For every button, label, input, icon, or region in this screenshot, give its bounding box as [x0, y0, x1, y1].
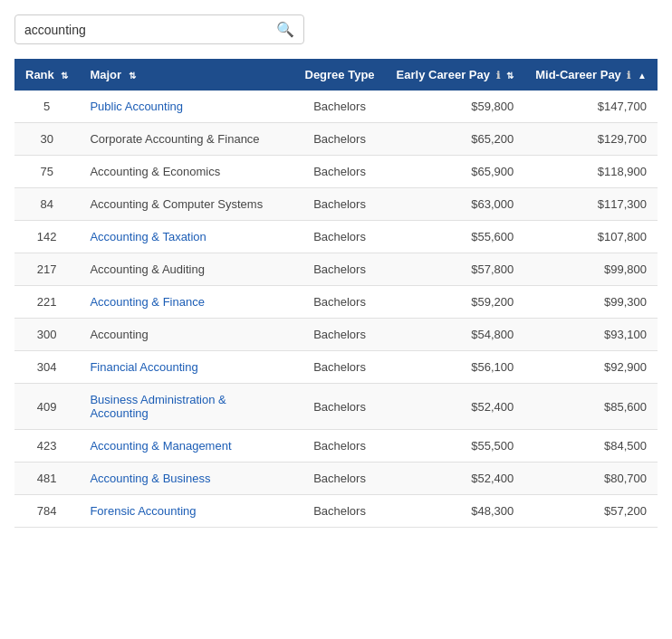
cell-degree-type: Bachelors	[294, 430, 386, 463]
table-row: 221Accounting & FinanceBachelors$59,200$…	[14, 286, 658, 319]
cell-rank: 423	[14, 430, 79, 463]
major-link[interactable]: Accounting & Business	[90, 472, 210, 485]
cell-early-career-pay: $54,800	[386, 319, 525, 351]
cell-early-career-pay: $52,400	[386, 463, 525, 495]
cell-major[interactable]: Business Administration & Accounting	[79, 384, 293, 430]
cell-major: Corporate Accounting & Finance	[79, 123, 293, 156]
cell-degree-type: Bachelors	[294, 156, 386, 188]
cell-early-career-pay: $59,200	[386, 286, 525, 319]
table-row: 75Accounting & EconomicsBachelors$65,900…	[14, 156, 658, 188]
table-row: 423Accounting & ManagementBachelors$55,5…	[14, 430, 658, 463]
early-career-sort-icon: ⇅	[506, 71, 514, 81]
col-mid-career-label: Mid-Career Pay	[535, 68, 621, 81]
major-link[interactable]: Public Accounting	[90, 100, 183, 113]
cell-early-career-pay: $57,800	[386, 253, 525, 286]
major-link[interactable]: Financial Accounting	[90, 360, 197, 374]
major-link[interactable]: Forensic Accounting	[90, 504, 196, 518]
cell-degree-type: Bachelors	[294, 123, 386, 156]
cell-major: Accounting & Auditing	[79, 253, 293, 286]
cell-degree-type: Bachelors	[294, 351, 386, 384]
cell-rank: 84	[14, 188, 79, 221]
cell-early-career-pay: $65,900	[386, 156, 525, 188]
cell-major: Accounting & Economics	[79, 156, 293, 188]
cell-mid-career-pay: $92,900	[524, 351, 658, 384]
col-rank-label: Rank	[25, 68, 54, 81]
cell-major[interactable]: Accounting & Business	[79, 463, 293, 495]
major-link[interactable]: Accounting & Management	[90, 439, 231, 453]
cell-early-career-pay: $56,100	[386, 351, 525, 384]
major-link[interactable]: Business Administration & Accounting	[90, 393, 226, 420]
cell-early-career-pay: $48,300	[386, 495, 525, 528]
col-early-career-label: Early Career Pay	[397, 68, 490, 81]
table-header-row: Rank ⇅ Major ⇅ Degree Type Early Career …	[14, 59, 658, 91]
cell-mid-career-pay: $84,500	[524, 430, 658, 463]
mid-career-sort-icon: ▲	[638, 71, 647, 81]
major-link[interactable]: Accounting & Taxation	[90, 230, 206, 243]
cell-major: Accounting & Computer Systems	[79, 188, 293, 221]
cell-early-career-pay: $59,800	[386, 91, 525, 123]
cell-degree-type: Bachelors	[294, 384, 386, 430]
cell-mid-career-pay: $117,300	[524, 188, 658, 221]
cell-degree-type: Bachelors	[294, 221, 386, 253]
table-row: 217Accounting & AuditingBachelors$57,800…	[14, 253, 658, 286]
cell-major[interactable]: Financial Accounting	[79, 351, 293, 384]
cell-major[interactable]: Forensic Accounting	[79, 495, 293, 528]
rank-sort-icon: ⇅	[61, 71, 68, 81]
cell-mid-career-pay: $147,700	[524, 91, 658, 123]
table-row: 481Accounting & BusinessBachelors$52,400…	[14, 463, 658, 495]
table-row: 84Accounting & Computer SystemsBachelors…	[14, 188, 658, 221]
col-degree-type: Degree Type	[294, 59, 386, 91]
cell-degree-type: Bachelors	[294, 253, 386, 286]
mid-career-info-icon[interactable]: ℹ	[627, 70, 630, 81]
cell-degree-type: Bachelors	[294, 495, 386, 528]
cell-mid-career-pay: $57,200	[524, 495, 658, 528]
cell-mid-career-pay: $85,600	[524, 384, 658, 430]
cell-mid-career-pay: $129,700	[524, 123, 658, 156]
major-sort-icon: ⇅	[129, 71, 136, 81]
cell-mid-career-pay: $80,700	[524, 463, 658, 495]
cell-early-career-pay: $52,400	[386, 384, 525, 430]
cell-major[interactable]: Accounting & Taxation	[79, 221, 293, 253]
cell-early-career-pay: $65,200	[386, 123, 525, 156]
search-input[interactable]	[24, 23, 276, 37]
col-mid-career-pay[interactable]: Mid-Career Pay ℹ ▲	[524, 59, 658, 91]
cell-mid-career-pay: $99,800	[524, 253, 658, 286]
cell-rank: 5	[14, 91, 79, 123]
col-major-label: Major	[90, 68, 121, 81]
cell-rank: 481	[14, 463, 79, 495]
table-row: 30Corporate Accounting & FinanceBachelor…	[14, 123, 658, 156]
cell-rank: 784	[14, 495, 79, 528]
cell-degree-type: Bachelors	[294, 286, 386, 319]
cell-rank: 217	[14, 253, 79, 286]
table-row: 304Financial AccountingBachelors$56,100$…	[14, 351, 658, 384]
majors-table: Rank ⇅ Major ⇅ Degree Type Early Career …	[14, 59, 658, 528]
major-link[interactable]: Accounting & Finance	[90, 295, 204, 309]
col-degree-type-label: Degree Type	[305, 68, 375, 81]
cell-major[interactable]: Public Accounting	[79, 91, 293, 123]
cell-major[interactable]: Accounting & Finance	[79, 286, 293, 319]
col-major[interactable]: Major ⇅	[79, 59, 293, 91]
table-row: 142Accounting & TaxationBachelors$55,600…	[14, 221, 658, 253]
col-rank[interactable]: Rank ⇅	[14, 59, 79, 91]
table-row: 409Business Administration & AccountingB…	[14, 384, 658, 430]
cell-degree-type: Bachelors	[294, 319, 386, 351]
col-early-career-pay[interactable]: Early Career Pay ℹ ⇅	[386, 59, 525, 91]
cell-mid-career-pay: $99,300	[524, 286, 658, 319]
cell-rank: 142	[14, 221, 79, 253]
table-row: 300AccountingBachelors$54,800$93,100	[14, 319, 658, 351]
cell-mid-career-pay: $93,100	[524, 319, 658, 351]
cell-early-career-pay: $55,500	[386, 430, 525, 463]
search-container: 🔍	[14, 14, 658, 44]
cell-rank: 221	[14, 286, 79, 319]
cell-degree-type: Bachelors	[294, 91, 386, 123]
search-icon[interactable]: 🔍	[276, 21, 294, 38]
early-career-info-icon[interactable]: ℹ	[496, 70, 500, 81]
cell-rank: 300	[14, 319, 79, 351]
search-bar[interactable]: 🔍	[14, 14, 304, 44]
cell-early-career-pay: $63,000	[386, 188, 525, 221]
cell-mid-career-pay: $118,900	[524, 156, 658, 188]
cell-major[interactable]: Accounting & Management	[79, 430, 293, 463]
cell-rank: 304	[14, 351, 79, 384]
cell-rank: 409	[14, 384, 79, 430]
table-row: 5Public AccountingBachelors$59,800$147,7…	[14, 91, 658, 123]
